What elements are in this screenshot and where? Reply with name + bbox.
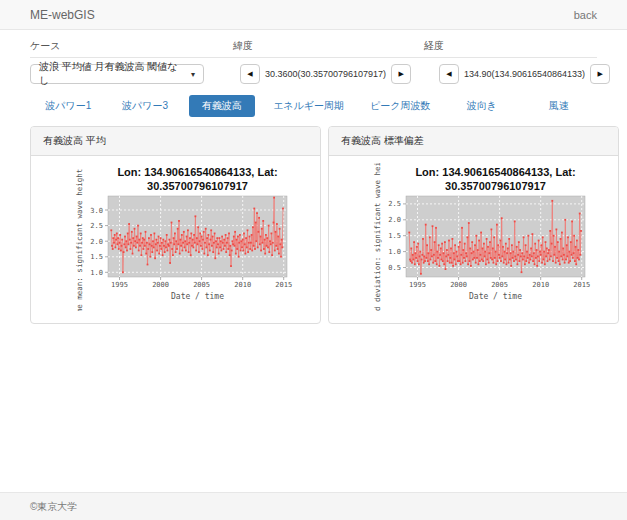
latitude-value: 30.3600(30.35700796107917) (260, 69, 391, 79)
svg-text:2000: 2000 (450, 281, 467, 289)
back-link[interactable]: back (574, 9, 597, 21)
svg-text:2005: 2005 (193, 281, 210, 289)
form-controls: 波浪 平均値 月有義波高 閾値なし ▾ ◀ 30.3600(30.3570079… (30, 64, 597, 84)
svg-text:2000: 2000 (152, 281, 169, 289)
tab-significant-wave-height[interactable]: 有義波高 (183, 95, 260, 117)
tab-wave-direction[interactable]: 波向き (444, 95, 521, 117)
svg-text:Date / time: Date / time (171, 292, 224, 301)
svg-text:2.5: 2.5 (388, 200, 401, 208)
app-brand: ME-webGIS (30, 8, 95, 22)
tab-wave-power-1[interactable]: 波パワー1 (30, 95, 107, 117)
navbar: ME-webGIS back (0, 0, 627, 30)
chart-panels: 有義波高 平均 199520002005201020151.01.52.02.5… (30, 126, 597, 324)
tab-peak-frequency[interactable]: ピーク周波数 (357, 95, 443, 117)
longitude-next-button[interactable]: ▶ (590, 64, 610, 84)
svg-text:2010: 2010 (532, 281, 549, 289)
latitude-stepper: ◀ 30.3600(30.35700796107917) ▶ (240, 64, 431, 84)
case-label: ケース (30, 39, 233, 53)
svg-text:1.5: 1.5 (388, 232, 401, 240)
svg-text:1995: 1995 (409, 281, 426, 289)
case-select[interactable]: 波浪 平均値 月有義波高 閾値なし ▾ (30, 64, 204, 84)
svg-text:2.0: 2.0 (90, 238, 103, 246)
svg-text:2.5: 2.5 (90, 222, 103, 230)
chart-mean: 199520002005201020151.01.52.02.53.0 Lon:… (44, 163, 307, 315)
svg-text:standard deviation: significan: standard deviation: significant wave hei… (373, 163, 382, 311)
longitude-stepper: ◀ 134.90(134.90616540864133) ▶ (439, 64, 610, 84)
variable-tabs: 波パワー1 波パワー3 有義波高 エネルギー周期 ピーク周波数 波向き 風速 (30, 95, 597, 117)
svg-text:2010: 2010 (234, 281, 251, 289)
tab-wave-power-3[interactable]: 波パワー3 (107, 95, 184, 117)
latitude-label: 緯度 (233, 39, 424, 53)
panel-stddev-header: 有義波高 標準偏差 (329, 127, 618, 156)
svg-text:1.5: 1.5 (90, 253, 103, 261)
tab-energy-period[interactable]: エネルギー周期 (260, 95, 357, 117)
main-content: ケース 緯度 経度 波浪 平均値 月有義波高 閾値なし ▾ ◀ 30.3600(… (0, 30, 627, 324)
svg-text:1.0: 1.0 (90, 269, 103, 277)
form-label-row: ケース 緯度 経度 (30, 39, 597, 58)
svg-text:2.0: 2.0 (388, 216, 401, 224)
footer: ©東京大学 (0, 492, 627, 520)
svg-text:30.35700796107917: 30.35700796107917 (147, 180, 248, 192)
caret-down-icon: ▾ (191, 70, 195, 79)
panel-stddev: 有義波高 標準偏差 199520002005201020150.51.01.52… (328, 126, 619, 324)
panel-mean-header: 有義波高 平均 (31, 127, 320, 156)
svg-text:1.0: 1.0 (388, 248, 401, 256)
longitude-value: 134.90(134.90616540864133) (459, 69, 590, 79)
chart-stddev: 199520002005201020150.51.01.52.02.5 Lon:… (342, 163, 605, 315)
svg-text:0.5: 0.5 (388, 264, 401, 272)
svg-text:2005: 2005 (491, 281, 508, 289)
svg-text:time mean: significant wave he: time mean: significant wave height (m) (75, 163, 84, 311)
latitude-next-button[interactable]: ▶ (391, 64, 411, 84)
svg-text:Lon: 134.90616540864133, Lat:: Lon: 134.90616540864133, Lat: (117, 166, 277, 178)
longitude-label: 経度 (424, 39, 597, 53)
svg-text:Lon: 134.90616540864133, Lat:: Lon: 134.90616540864133, Lat: (415, 166, 575, 178)
svg-text:3.0: 3.0 (90, 207, 103, 215)
svg-text:1995: 1995 (111, 281, 128, 289)
case-select-value: 波浪 平均値 月有義波高 閾値なし (39, 60, 185, 88)
panel-mean: 有義波高 平均 199520002005201020151.01.52.02.5… (30, 126, 321, 324)
longitude-prev-button[interactable]: ◀ (439, 64, 459, 84)
svg-text:30.35700796107917: 30.35700796107917 (445, 180, 546, 192)
latitude-prev-button[interactable]: ◀ (240, 64, 260, 84)
copyright-text: ©東京大学 (30, 500, 77, 514)
svg-text:Date / time: Date / time (469, 292, 522, 301)
svg-text:2015: 2015 (275, 281, 292, 289)
svg-text:2015: 2015 (573, 281, 590, 289)
tab-wind-speed[interactable]: 風速 (520, 95, 597, 117)
